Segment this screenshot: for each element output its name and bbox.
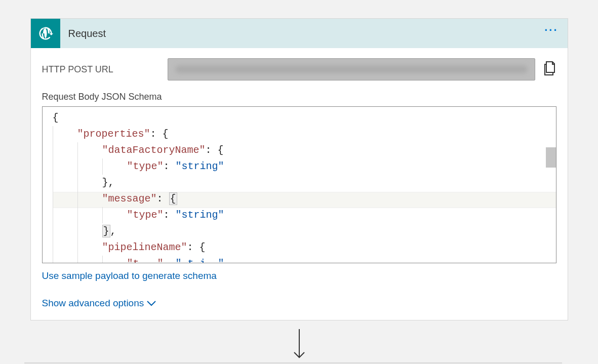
editor-content[interactable]: { "properties": { "dataFactoryName": { "… [43, 107, 556, 263]
use-sample-payload-link[interactable]: Use sample payload to generate schema [42, 270, 217, 281]
chevron-down-icon [147, 298, 156, 309]
card-menu-button[interactable]: ··· [544, 28, 558, 33]
request-card: Request ··· HTTP POST URL Request Body J… [30, 18, 568, 320]
show-advanced-options-link[interactable]: Show advanced options [42, 298, 156, 309]
show-advanced-options-label: Show advanced options [42, 298, 144, 309]
http-post-url-row: HTTP POST URL [42, 58, 556, 80]
card-body: HTTP POST URL Request Body JSON Schema {… [31, 48, 568, 320]
flow-connector [292, 329, 307, 359]
card-title: Request [68, 28, 106, 39]
request-body-schema-label: Request Body JSON Schema [42, 92, 556, 102]
globe-arrow-icon [38, 26, 53, 41]
copy-icon [544, 61, 556, 75]
http-post-url-label: HTTP POST URL [42, 64, 158, 75]
request-icon-tile [31, 19, 60, 48]
card-header: Request ··· [31, 19, 568, 48]
arrow-down-icon [292, 329, 307, 359]
copy-url-button[interactable] [544, 61, 556, 77]
next-step-outline [24, 362, 562, 363]
json-schema-editor[interactable]: { "properties": { "dataFactoryName": { "… [42, 106, 556, 263]
http-post-url-field[interactable] [168, 58, 535, 80]
editor-gutter [43, 107, 53, 263]
editor-scrollbar[interactable] [546, 147, 556, 168]
